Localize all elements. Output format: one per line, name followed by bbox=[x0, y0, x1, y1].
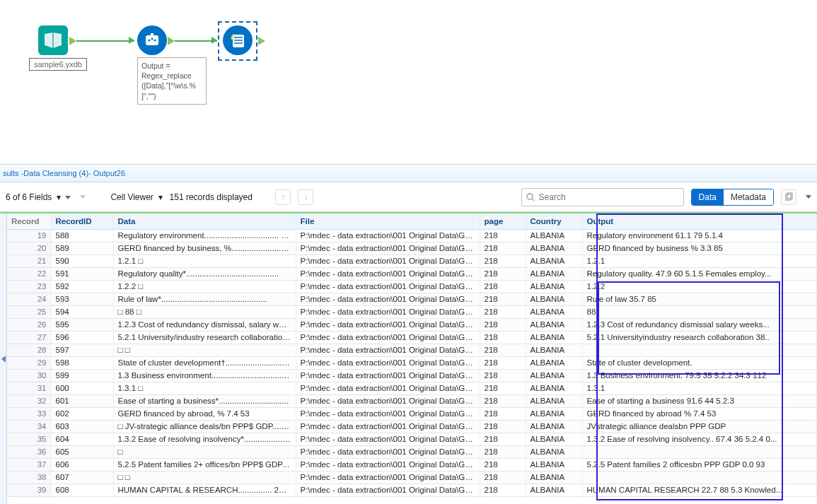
connector-1[interactable] bbox=[76, 40, 134, 42]
chevron-down-icon[interactable] bbox=[806, 195, 811, 199]
results-suffix: - Output26 bbox=[88, 169, 125, 177]
formula-node-out-port[interactable] bbox=[168, 37, 175, 45]
table-row[interactable]: 265951.2.3 Cost of redundancy dismissal,… bbox=[7, 318, 817, 331]
cell-page: 218 bbox=[480, 229, 526, 242]
cell-record: 30 bbox=[7, 369, 51, 382]
cell-recordid: 597 bbox=[51, 344, 113, 356]
results-toolbar: 6 of 6 Fields ▾ Cell Viewer ▾ 151 record… bbox=[0, 182, 817, 212]
cell-country: ALBANIA bbox=[526, 280, 582, 293]
col-country[interactable]: Country bbox=[526, 213, 582, 229]
col-data[interactable]: Data bbox=[113, 213, 296, 229]
cell-recordid: 595 bbox=[51, 318, 113, 331]
cell-file: P:\mdec - data extraction\001 Original D… bbox=[296, 280, 480, 293]
results-grid[interactable]: Record RecordID Data File page Country O… bbox=[7, 213, 817, 497]
sort-icon[interactable] bbox=[78, 191, 88, 203]
search-box[interactable] bbox=[521, 188, 684, 206]
cell-country: ALBANIA bbox=[526, 318, 582, 331]
table-row[interactable]: 20589GERD financed by business, %.......… bbox=[7, 242, 817, 254]
table-row[interactable]: 356041.3.2 Ease of resolving insolvency*… bbox=[7, 433, 817, 445]
data-view-button[interactable]: Data bbox=[692, 189, 724, 205]
prev-page-button[interactable]: ↑ bbox=[275, 189, 291, 205]
cell-data: □ JV-strategic alliance deals/bn PPP$ GD… bbox=[113, 420, 296, 433]
cell-data: Ease of starting a business*............… bbox=[113, 394, 296, 407]
input-node-out-port[interactable] bbox=[69, 37, 76, 45]
cell-file: P:\mdec - data extraction\001 Original D… bbox=[296, 242, 480, 254]
cell-page: 218 bbox=[480, 394, 526, 407]
cell-output: 1.3.1 bbox=[582, 382, 817, 394]
cell-page: 218 bbox=[480, 280, 526, 293]
table-row[interactable]: 38607□ □P:\mdec - data extraction\001 Or… bbox=[7, 471, 817, 484]
cell-country: ALBANIA bbox=[526, 445, 582, 458]
cell-data: 1.3.1 □ bbox=[113, 382, 296, 394]
connector-2[interactable] bbox=[175, 40, 217, 42]
formula-icon bbox=[137, 25, 167, 55]
table-row[interactable]: 39608HUMAN CAPITAL & RESEARCH...........… bbox=[7, 484, 817, 496]
cell-country: ALBANIA bbox=[526, 420, 582, 433]
table-row[interactable]: 376065.2.5 Patent families 2+ offices/bn… bbox=[7, 458, 817, 471]
table-row[interactable]: 33602GERD financed by abroad, % 7.4 53P:… bbox=[7, 407, 817, 420]
cell-country: ALBANIA bbox=[526, 471, 582, 484]
results-tool-link[interactable]: Data Cleansing (4) bbox=[23, 169, 88, 177]
table-row[interactable]: 24593Rule of law*.......................… bbox=[7, 293, 817, 305]
table-row[interactable]: 36605□P:\mdec - data extraction\001 Orig… bbox=[7, 445, 817, 458]
table-row[interactable]: 29598State of cluster development†......… bbox=[7, 356, 817, 369]
formula-line1: Output = bbox=[141, 61, 202, 71]
cell-output: 5.2.1 Universityindustry research collab… bbox=[582, 331, 817, 344]
cell-file: P:\mdec - data extraction\001 Original D… bbox=[296, 394, 480, 407]
formula-line4: ]","") bbox=[141, 91, 202, 101]
input-node-label: sample6.yxdb bbox=[29, 58, 87, 71]
table-row[interactable]: 22591Regulatory quality*................… bbox=[7, 267, 817, 280]
col-output[interactable]: Output bbox=[582, 213, 817, 229]
table-row[interactable]: 316001.3.1 □P:\mdec - data extraction\00… bbox=[7, 382, 817, 394]
cell-country: ALBANIA bbox=[526, 267, 582, 280]
cell-data: 1.3 Business environment................… bbox=[113, 369, 296, 382]
cell-country: ALBANIA bbox=[526, 229, 582, 242]
table-row[interactable]: 34603□ JV-strategic alliance deals/bn PP… bbox=[7, 420, 817, 433]
search-input[interactable] bbox=[538, 192, 679, 203]
table-row[interactable]: 305991.3 Business environment...........… bbox=[7, 369, 817, 382]
metadata-view-button[interactable]: Metadata bbox=[724, 189, 773, 205]
copy-button[interactable] bbox=[781, 189, 796, 205]
table-row[interactable]: 32601Ease of starting a business*.......… bbox=[7, 394, 817, 407]
cell-record: 25 bbox=[7, 305, 51, 318]
input-node[interactable] bbox=[38, 25, 68, 55]
table-row[interactable]: 275965.2.1 University/industry research … bbox=[7, 331, 817, 344]
cell-file: P:\mdec - data extraction\001 Original D… bbox=[296, 471, 480, 484]
cell-data: 1.2.2 □ bbox=[113, 280, 296, 293]
col-record[interactable]: Record bbox=[7, 213, 51, 229]
cell-recordid: 589 bbox=[51, 242, 113, 254]
data-cleansing-node[interactable] bbox=[223, 25, 253, 55]
cell-country: ALBANIA bbox=[526, 458, 582, 471]
col-file[interactable]: File bbox=[296, 213, 480, 229]
col-page[interactable]: page bbox=[480, 213, 526, 229]
table-row[interactable]: 235921.2.2 □P:\mdec - data extraction\00… bbox=[7, 280, 817, 293]
cell-output bbox=[582, 445, 817, 458]
cell-record: 21 bbox=[7, 254, 51, 267]
cell-data: 5.2.1 University/industry research colla… bbox=[113, 331, 296, 344]
cell-page: 218 bbox=[480, 420, 526, 433]
cell-data: 1.2.3 Cost of redundancy dismissal, sala… bbox=[113, 318, 296, 331]
cell-recordid: 594 bbox=[51, 305, 113, 318]
table-row[interactable]: 28597□ □P:\mdec - data extraction\001 Or… bbox=[7, 344, 817, 356]
results-prefix: sults - bbox=[3, 169, 23, 177]
data-cleansing-out-port[interactable] bbox=[258, 37, 265, 45]
cell-output: JVstrategic alliance dealsbn PPP GDP bbox=[582, 420, 817, 433]
col-recordid[interactable]: RecordID bbox=[51, 213, 113, 229]
cell-output bbox=[582, 344, 817, 356]
cell-record: 34 bbox=[7, 420, 51, 433]
cell-page: 218 bbox=[480, 242, 526, 254]
table-row[interactable]: 215901.2.1 □P:\mdec - data extraction\00… bbox=[7, 254, 817, 267]
cell-recordid: 591 bbox=[51, 267, 113, 280]
workflow-canvas[interactable]: sample6.yxdb Output = Regex_replace ([Da… bbox=[0, 0, 817, 164]
grid-collapse-handle[interactable] bbox=[0, 213, 7, 504]
cell-viewer-dropdown[interactable]: Cell Viewer ▾ bbox=[110, 192, 162, 202]
cell-output: Ease of starting a business 91.6 44 5.2.… bbox=[582, 394, 817, 407]
table-row[interactable]: 19588Regulatory environment.............… bbox=[7, 229, 817, 242]
table-row[interactable]: 25594□ 88 □P:\mdec - data extraction\001… bbox=[7, 305, 817, 318]
cell-record: 26 bbox=[7, 318, 51, 331]
cell-record: 29 bbox=[7, 356, 51, 369]
next-page-button[interactable]: ↓ bbox=[298, 189, 313, 205]
cell-file: P:\mdec - data extraction\001 Original D… bbox=[296, 356, 480, 369]
fields-dropdown[interactable]: 6 of 6 Fields ▾ bbox=[6, 192, 71, 202]
cell-country: ALBANIA bbox=[526, 254, 582, 267]
